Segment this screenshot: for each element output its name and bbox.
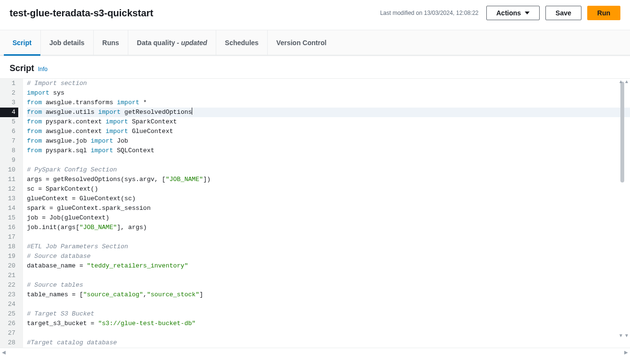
code-line[interactable]: target_s3_bucket = "s3://glue-test-bucke…: [27, 319, 630, 328]
page-header: test-glue-teradata-s3-quickstart Last mo…: [0, 0, 630, 30]
line-number: 20: [0, 261, 18, 271]
code-line[interactable]: [27, 271, 630, 280]
code-line[interactable]: from awsglue.context import GlueContext: [27, 127, 630, 136]
tabs: Script Job details Runs Data quality - u…: [0, 30, 630, 56]
line-number: 13: [0, 194, 18, 204]
code-line[interactable]: import sys: [27, 88, 630, 98]
code-line[interactable]: # Source tables: [27, 280, 630, 290]
scroll-down-icon[interactable]: ▼: [624, 333, 629, 338]
line-number: 2: [0, 88, 18, 98]
actions-button-label: Actions: [496, 9, 521, 17]
line-number: 24: [0, 300, 18, 309]
line-number: 21: [0, 271, 18, 280]
tab-data-quality[interactable]: Data quality - updated: [128, 30, 216, 55]
scroll-left-icon[interactable]: ◀: [2, 350, 6, 355]
code-line[interactable]: spark = glueContext.spark_session: [27, 204, 630, 213]
code-line[interactable]: # Source database: [27, 252, 630, 261]
text-cursor: [192, 108, 192, 115]
code-line[interactable]: from pyspark.sql import SQLContext: [27, 146, 630, 156]
scroll-up-icon[interactable]: ▲: [624, 79, 629, 84]
code-line[interactable]: job = Job(glueContext): [27, 213, 630, 223]
line-number: 19: [0, 252, 18, 261]
line-number: 1: [0, 79, 18, 88]
header-actions: Last modified on 13/03/2024, 12:08:22 Ac…: [380, 6, 620, 20]
scroll-up-icon-2[interactable]: ▲: [618, 79, 623, 84]
code-line[interactable]: [27, 300, 630, 309]
code-line[interactable]: job.init(args["JOB_NAME"], args): [27, 223, 630, 232]
line-number: 18: [0, 242, 18, 252]
line-number: 27: [0, 328, 18, 338]
code-line[interactable]: # Import section: [27, 79, 630, 88]
line-number: 25: [0, 309, 18, 319]
line-number-gutter: 1234567891011121314151617181920212223242…: [0, 79, 23, 348]
scroll-down-icon-2[interactable]: ▼: [618, 333, 623, 338]
horizontal-scrollbar[interactable]: ◀ ▶: [0, 348, 630, 356]
tab-job-details[interactable]: Job details: [41, 30, 94, 55]
run-button-label: Run: [597, 9, 610, 17]
line-number: 28: [0, 338, 18, 348]
line-number: 26: [0, 319, 18, 328]
line-number: 7: [0, 136, 18, 146]
code-line[interactable]: [27, 232, 630, 242]
code-line[interactable]: #ETL Job Parameters Section: [27, 242, 630, 252]
code-line[interactable]: from awsglue.job import Job: [27, 136, 630, 146]
line-number: 23: [0, 290, 18, 300]
run-button[interactable]: Run: [587, 6, 620, 20]
line-number: 4: [0, 108, 18, 117]
section-title-bar: Script Info: [0, 56, 630, 78]
code-line[interactable]: glueContext = GlueContext(sc): [27, 194, 630, 204]
line-number: 16: [0, 223, 18, 232]
code-line[interactable]: [27, 156, 630, 165]
line-number: 3: [0, 98, 18, 108]
save-button[interactable]: Save: [545, 6, 581, 20]
line-number: 14: [0, 204, 18, 213]
code-line[interactable]: table_names = ["source_catalog","source_…: [27, 290, 630, 300]
code-area[interactable]: # Import sectionimport sysfrom awsglue.t…: [23, 79, 630, 348]
code-line[interactable]: from awsglue.transforms import *: [27, 98, 630, 108]
code-line[interactable]: from pyspark.context import SparkContext: [27, 117, 630, 127]
line-number: 12: [0, 184, 18, 194]
line-number: 9: [0, 156, 18, 165]
section-title: Script: [10, 63, 34, 73]
line-number: 15: [0, 213, 18, 223]
code-line[interactable]: # Target S3 Bucket: [27, 309, 630, 319]
last-modified-text: Last modified on 13/03/2024, 12:08:22: [380, 10, 479, 16]
code-line[interactable]: database_name = "teddy_retailers_invento…: [27, 261, 630, 271]
code-line[interactable]: from awsglue.utils import getResolvedOpt…: [27, 108, 630, 117]
tab-runs[interactable]: Runs: [94, 30, 128, 55]
code-line[interactable]: sc = SparkContext(): [27, 184, 630, 194]
code-line[interactable]: # PySpark Config Section: [27, 165, 630, 175]
line-number: 10: [0, 165, 18, 175]
save-button-label: Save: [556, 9, 571, 17]
line-number: 22: [0, 280, 18, 290]
code-line[interactable]: [27, 328, 630, 338]
line-number: 11: [0, 175, 18, 184]
vertical-scrollbar[interactable]: [620, 79, 624, 348]
info-link[interactable]: Info: [38, 66, 48, 73]
line-number: 8: [0, 146, 18, 156]
line-number: 5: [0, 117, 18, 127]
line-number: 6: [0, 127, 18, 136]
code-editor[interactable]: 1234567891011121314151617181920212223242…: [0, 78, 630, 348]
scroll-right-icon[interactable]: ▶: [624, 350, 628, 355]
actions-button[interactable]: Actions: [486, 6, 540, 20]
caret-down-icon: [525, 12, 530, 14]
tab-schedules[interactable]: Schedules: [216, 30, 268, 55]
code-line[interactable]: args = getResolvedOptions(sys.argv, ["JO…: [27, 175, 630, 184]
vertical-scrollbar-thumb[interactable]: [620, 82, 624, 182]
code-line[interactable]: #Target catalog database: [27, 338, 630, 348]
line-number: 17: [0, 232, 18, 242]
tab-script[interactable]: Script: [4, 30, 41, 55]
job-title: test-glue-teradata-s3-quickstart: [10, 8, 153, 19]
tab-version-control[interactable]: Version Control: [268, 30, 335, 55]
